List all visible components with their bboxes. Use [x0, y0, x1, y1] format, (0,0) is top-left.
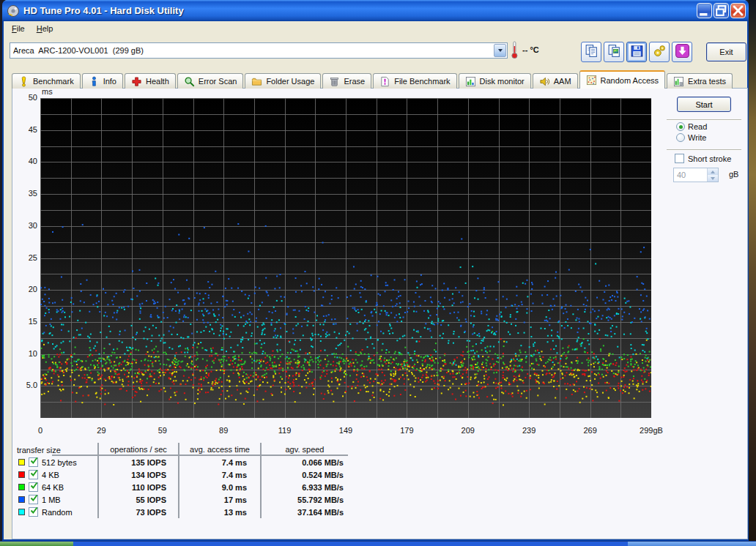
spin-up-button[interactable]: [708, 168, 718, 175]
series-checkbox[interactable]: [29, 457, 38, 467]
results-header: transfer size: [17, 446, 61, 455]
x-tick-label: 29: [81, 426, 122, 435]
tab-disk-monitor[interactable]: Disk monitor: [459, 73, 531, 89]
access-time-value: 9.0 ms: [179, 483, 260, 492]
stroke-size-input[interactable]: 40: [673, 168, 719, 182]
result-row: Random73 IOPS13 ms37.164 MB/s: [17, 506, 348, 518]
drive-select[interactable]: Areca ARC-1200-VOL001 (299 gB): [10, 42, 508, 59]
app-icon: [7, 4, 20, 18]
start-button[interactable]: Start: [677, 97, 731, 112]
copy-image-button[interactable]: [604, 42, 624, 62]
series-color-swatch: [18, 484, 25, 490]
spin-down-button[interactable]: [708, 175, 718, 182]
aam-icon: [539, 76, 550, 87]
series-checkbox[interactable]: [29, 482, 38, 492]
info-icon: [89, 76, 100, 87]
menu-item-help[interactable]: Help: [31, 23, 59, 34]
close-button[interactable]: [730, 3, 746, 18]
options-button[interactable]: [649, 42, 670, 62]
update-icon: [675, 43, 690, 61]
results-header: operations / sec: [99, 445, 178, 454]
hd-tune-window: HD Tune Pro 4.01 - Hard Disk Utility Fil…: [2, 0, 749, 541]
series-color-swatch: [18, 496, 25, 503]
result-row: 64 KB110 IOPS9.0 ms6.933 MB/s: [17, 481, 348, 493]
tab-benchmark[interactable]: Benchmark: [12, 73, 81, 89]
results-header: avg. access time: [179, 445, 260, 454]
update-button[interactable]: [672, 42, 692, 62]
tab-label: Benchmark: [33, 77, 74, 86]
series-color-swatch: [18, 459, 25, 465]
tab-label: AAM: [554, 77, 571, 86]
y-tick-label: 45: [14, 125, 37, 134]
write-radio-circle[interactable]: [676, 133, 685, 142]
tab-label: Info: [103, 77, 116, 86]
tab-file-benchmark[interactable]: File Benchmark: [373, 73, 456, 89]
write-radio-label: Write: [688, 133, 706, 142]
random-access-icon: [586, 75, 597, 86]
chevron-down-icon[interactable]: [494, 44, 506, 57]
random-access-scatter-chart: [40, 98, 651, 418]
read-radio-circle[interactable]: [676, 122, 685, 131]
menu-item-file[interactable]: File: [6, 23, 31, 34]
read-radio[interactable]: Read: [676, 122, 707, 131]
y-tick-label: 40: [14, 157, 37, 165]
results-header: agv. speed: [262, 445, 348, 454]
copy-text-button[interactable]: [581, 42, 601, 62]
series-color-swatch: [18, 471, 25, 478]
tab-label: Extra tests: [688, 77, 726, 86]
options-icon: [652, 43, 667, 61]
series-color-swatch: [18, 509, 25, 515]
series-checkbox[interactable]: [29, 495, 38, 504]
ops-value: 134 IOPS: [99, 471, 178, 479]
close-icon: [731, 4, 745, 18]
access-time-value: 7.4 ms: [179, 471, 260, 479]
transfer-size-label: Random: [42, 508, 73, 517]
result-row: 4 KB134 IOPS7.4 ms0.524 MB/s: [17, 468, 348, 481]
start-menu-sliver[interactable]: [0, 542, 73, 546]
extra-tests-icon: [673, 76, 684, 87]
speed-value: 55.792 MB/s: [262, 495, 348, 504]
save-button[interactable]: [626, 42, 647, 62]
series-checkbox[interactable]: [29, 507, 38, 517]
x-tick-label: 209: [448, 426, 489, 435]
erase-icon: [329, 76, 340, 87]
save-icon: [629, 43, 645, 61]
tab-health[interactable]: Health: [125, 73, 176, 89]
restore-button[interactable]: [714, 3, 729, 18]
y-tick-label: 30: [14, 221, 37, 230]
write-radio[interactable]: Write: [676, 133, 706, 142]
results-body: 512 bytes135 IOPS7.4 ms0.066 MB/s4 KB134…: [17, 456, 348, 518]
tab-random-access[interactable]: Random Access: [579, 70, 665, 89]
tab-error-scan[interactable]: Error Scan: [177, 73, 244, 89]
short-stroke-box[interactable]: [675, 154, 684, 163]
stroke-size-value: 40: [674, 168, 707, 182]
tab-erase[interactable]: Erase: [322, 73, 371, 89]
exit-button[interactable]: Exit: [706, 42, 746, 61]
short-stroke-checkbox[interactable]: Short stroke: [675, 154, 731, 163]
tab-aam[interactable]: AAM: [533, 73, 578, 89]
benchmark-icon: [18, 76, 29, 87]
ops-value: 55 IOPS: [99, 495, 178, 504]
y-tick-label: 35: [14, 189, 37, 198]
tab-label: Random Access: [601, 76, 659, 85]
x-tick-label: 269: [570, 426, 611, 435]
minimize-button[interactable]: [697, 3, 712, 18]
disk-monitor-icon: [465, 76, 476, 87]
y-tick-label: 20: [14, 285, 37, 293]
transfer-size-label: 4 KB: [42, 471, 59, 479]
separator: [667, 149, 741, 151]
copy-text-icon: [584, 43, 599, 61]
tab-bar: BenchmarkInfoHealthError ScanFolder Usag…: [12, 70, 734, 89]
tab-info[interactable]: Info: [82, 73, 123, 89]
tab-folder-usage[interactable]: Folder Usage: [245, 73, 321, 89]
taskbar-tray-sliver: [628, 542, 756, 546]
tab-extra-tests[interactable]: Extra tests: [667, 73, 733, 89]
separator: [667, 119, 741, 121]
y-tick-label: 50: [14, 93, 37, 102]
x-tick-label: 0: [20, 426, 61, 435]
transfer-size-label: 1 MB: [42, 495, 61, 504]
transfer-size-label: 64 KB: [42, 483, 64, 492]
series-checkbox[interactable]: [29, 470, 38, 479]
copy-image-icon: [607, 43, 622, 61]
minimize-icon: [697, 4, 711, 18]
